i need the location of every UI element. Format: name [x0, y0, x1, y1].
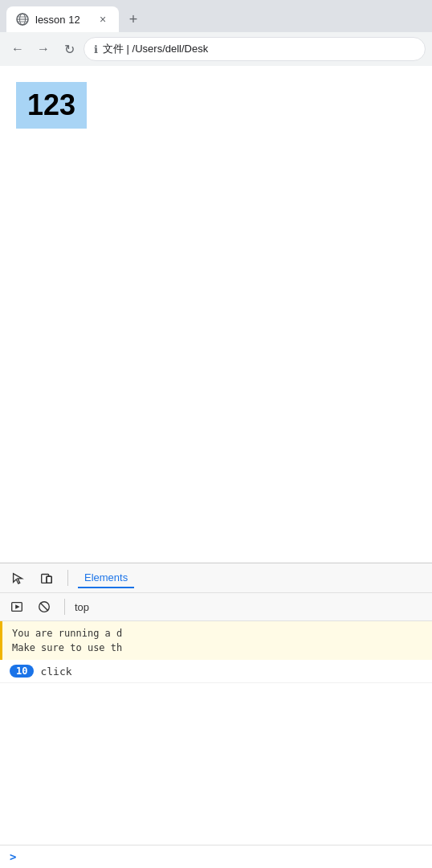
page-content: 123 [0, 66, 432, 563]
devtools-toolbar: Elements [0, 563, 432, 593]
tab-favicon-icon [16, 13, 29, 26]
address-bar[interactable]: ℹ 文件 | /Users/dell/Desk [84, 37, 426, 61]
devtools-panel: Elements top You are running a d Make su… [0, 563, 432, 868]
console-block-button[interactable] [34, 596, 55, 617]
tab-bar: lesson 12 × + [0, 0, 432, 32]
address-text: 文件 | /Users/dell/Desk [103, 42, 415, 56]
back-button[interactable]: ← [6, 38, 29, 60]
console-prompt-symbol: > [10, 850, 16, 863]
address-bar-row: ← → ↻ ℹ 文件 | /Users/dell/Desk [0, 32, 432, 66]
console-input-field[interactable] [21, 851, 422, 863]
error-count-badge: 10 [10, 665, 34, 678]
elements-tab[interactable]: Elements [78, 568, 134, 588]
new-tab-button[interactable]: + [122, 8, 145, 31]
forward-button[interactable]: → [32, 38, 55, 60]
svg-line-11 [40, 603, 48, 611]
console-input-row: > [0, 845, 432, 868]
svg-rect-6 [47, 576, 51, 583]
inspect-element-button[interactable] [6, 567, 29, 589]
device-toggle-button[interactable] [35, 567, 58, 589]
context-dropdown-label: top [75, 601, 89, 613]
browser-tab[interactable]: lesson 12 × [6, 6, 119, 32]
context-dropdown[interactable]: top [75, 601, 89, 613]
console-output: You are running a d Make sure to use th … [0, 621, 432, 845]
toolbar-divider [67, 570, 68, 586]
console-log-entry: 10 click [0, 660, 432, 683]
console-log-text: click [40, 665, 71, 678]
tab-close-button[interactable]: × [96, 13, 109, 26]
warning-line-1: You are running a d [12, 626, 422, 641]
browser-chrome: lesson 12 × + ← → ↻ ℹ 文件 | /Users/dell/D… [0, 0, 432, 66]
number-display: 123 [16, 82, 87, 129]
console-toolbar-divider [64, 599, 65, 615]
console-toolbar: top [0, 593, 432, 621]
tab-title: lesson 12 [35, 14, 90, 26]
reload-button[interactable]: ↻ [58, 38, 80, 60]
address-info-icon: ℹ [94, 43, 98, 55]
console-warning-message: You are running a d Make sure to use th [0, 621, 432, 660]
svg-marker-9 [15, 604, 19, 608]
console-play-button[interactable] [6, 596, 27, 617]
warning-line-2: Make sure to use th [12, 641, 422, 655]
